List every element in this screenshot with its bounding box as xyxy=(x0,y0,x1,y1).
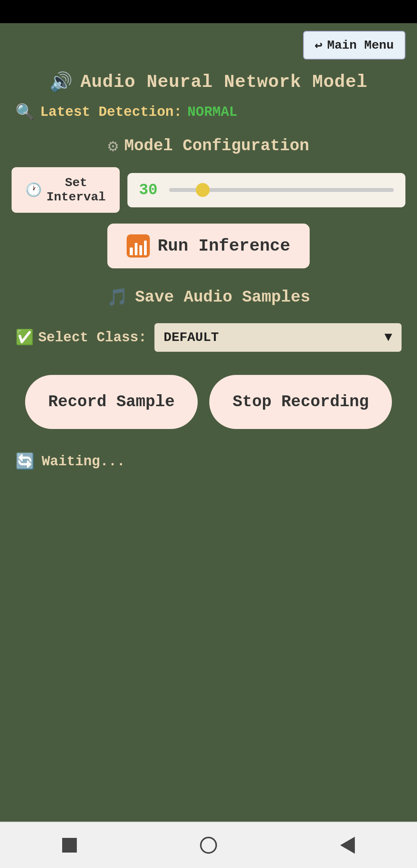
stop-recording-button[interactable]: Stop Recording xyxy=(209,375,392,429)
check-icon: ✅ xyxy=(15,329,34,346)
gear-icon: ⚙ xyxy=(108,136,118,156)
detection-label: Latest Detection: xyxy=(40,104,182,120)
select-class-row: ✅ Select Class: DEFAULT ▼ xyxy=(12,323,405,352)
main-content: ↩ Main Menu 🔊 Audio Neural Network Model… xyxy=(0,23,417,822)
slider-track[interactable] xyxy=(169,188,394,192)
audio-icon: 🔊 xyxy=(49,71,73,93)
record-sample-label: Record Sample xyxy=(48,393,175,411)
detection-icon: 🔍 xyxy=(15,103,35,122)
detection-value: NORMAL xyxy=(187,104,237,120)
slider-value: 30 xyxy=(139,181,162,199)
main-menu-label: Main Menu xyxy=(327,38,394,53)
bottom-nav xyxy=(0,822,417,868)
class-dropdown-value: DEFAULT xyxy=(164,330,219,345)
class-dropdown[interactable]: DEFAULT ▼ xyxy=(154,323,402,352)
bar-chart-icon xyxy=(127,234,150,258)
stop-nav-icon xyxy=(62,838,77,853)
set-interval-label: SetInterval xyxy=(46,176,106,204)
home-nav-icon xyxy=(200,837,217,854)
main-menu-row: ↩ Main Menu xyxy=(12,31,405,59)
run-inference-button[interactable]: Run Inference xyxy=(107,224,309,268)
main-menu-button[interactable]: ↩ Main Menu xyxy=(303,31,405,59)
record-sample-button[interactable]: Record Sample xyxy=(25,375,198,429)
waiting-text: Waiting... xyxy=(42,454,125,470)
save-audio-title: Save Audio Samples xyxy=(135,288,310,307)
waiting-row: 🔄 Waiting... xyxy=(12,452,405,471)
config-row: 🕐 SetInterval 30 xyxy=(12,167,405,213)
run-inference-label: Run Inference xyxy=(158,236,290,256)
save-audio-row: 🎵 Save Audio Samples xyxy=(12,287,405,308)
back-nav-icon xyxy=(340,837,355,854)
status-bar xyxy=(0,0,417,23)
stop-recording-label: Stop Recording xyxy=(232,393,369,411)
slider-thumb[interactable] xyxy=(196,183,210,197)
model-config-title: Model Configuration xyxy=(124,137,309,155)
record-buttons-row: Record Sample Stop Recording xyxy=(12,375,405,429)
home-nav-button[interactable] xyxy=(199,836,218,855)
menu-return-icon: ↩ xyxy=(315,37,322,53)
model-config-section: ⚙ Model Configuration xyxy=(12,136,405,156)
sync-icon: 🔄 xyxy=(15,452,35,471)
page-title-row: 🔊 Audio Neural Network Model xyxy=(12,71,405,93)
select-class-label: ✅ Select Class: xyxy=(15,329,147,346)
clock-icon: 🕐 xyxy=(25,182,42,198)
set-interval-button[interactable]: 🕐 SetInterval xyxy=(12,167,120,213)
detection-row: 🔍 Latest Detection: NORMAL xyxy=(12,103,405,122)
page-title: Audio Neural Network Model xyxy=(80,72,368,92)
back-nav-button[interactable] xyxy=(338,836,357,855)
slider-container: 30 xyxy=(127,173,405,207)
chevron-down-icon: ▼ xyxy=(385,330,392,345)
stop-nav-button[interactable] xyxy=(60,836,79,855)
music-notes-icon: 🎵 xyxy=(107,287,128,308)
